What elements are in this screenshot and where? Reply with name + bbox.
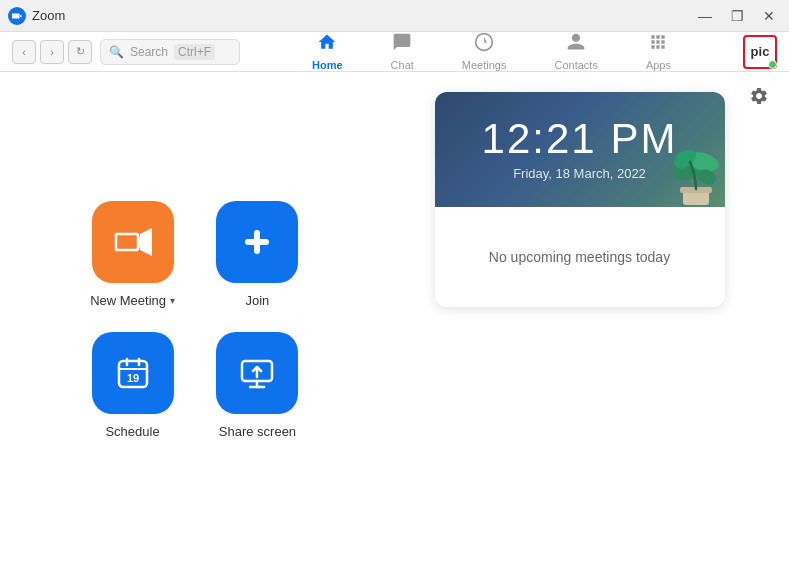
meetings-icon [474, 32, 494, 57]
svg-rect-8 [245, 239, 269, 245]
tab-nav: Home Chat Meetings [240, 28, 743, 75]
calendar-card: 12:21 PM Friday, 18 March, 2022 N [435, 92, 725, 307]
right-panel: 12:21 PM Friday, 18 March, 2022 N [390, 72, 789, 567]
camera-icon [114, 228, 152, 256]
new-meeting-dropdown-arrow[interactable]: ▾ [170, 295, 175, 306]
title-bar-left: Zoom [8, 7, 65, 25]
share-screen-action: Share screen [215, 332, 300, 439]
app-logo-icon [8, 7, 26, 25]
tab-contacts-label: Contacts [554, 59, 597, 71]
join-label: Join [246, 293, 270, 308]
left-panel: New Meeting ▾ Join [0, 72, 390, 567]
search-label: Search [130, 45, 168, 59]
date-display: Friday, 18 March, 2022 [513, 166, 646, 181]
profile-area: pic [743, 35, 777, 69]
home-icon [317, 32, 337, 57]
tab-home-label: Home [312, 59, 343, 71]
new-meeting-label: New Meeting [90, 293, 166, 308]
svg-text:19: 19 [126, 372, 138, 384]
schedule-action: 19 Schedule [90, 332, 175, 439]
nav-history: ‹ › ↻ [12, 40, 92, 64]
tab-apps[interactable]: Apps [638, 28, 679, 75]
chat-icon [392, 32, 412, 57]
tab-meetings[interactable]: Meetings [454, 28, 515, 75]
search-icon: 🔍 [109, 45, 124, 59]
calendar-header: 12:21 PM Friday, 18 March, 2022 [435, 92, 725, 207]
tab-home[interactable]: Home [304, 28, 351, 75]
contacts-icon [566, 32, 586, 57]
new-meeting-button[interactable] [92, 201, 174, 283]
no-meetings-text: No upcoming meetings today [489, 249, 670, 265]
back-button[interactable]: ‹ [12, 40, 36, 64]
app-title: Zoom [32, 8, 65, 23]
share-screen-label: Share screen [219, 424, 296, 439]
plant-decoration-icon [635, 117, 725, 207]
schedule-label: Schedule [105, 424, 159, 439]
tab-chat-label: Chat [391, 59, 414, 71]
search-shortcut: Ctrl+F [174, 44, 215, 60]
main-content: New Meeting ▾ Join [0, 72, 789, 567]
search-bar[interactable]: 🔍 Search Ctrl+F [100, 39, 240, 65]
status-dot [768, 60, 777, 69]
share-screen-button[interactable] [216, 332, 298, 414]
profile-initials: pic [751, 44, 770, 59]
join-action: Join [215, 201, 300, 308]
minimize-button[interactable]: — [693, 4, 717, 28]
close-button[interactable]: ✕ [757, 4, 781, 28]
tab-chat[interactable]: Chat [383, 28, 422, 75]
tab-contacts[interactable]: Contacts [546, 28, 605, 75]
settings-gear-button[interactable] [745, 82, 773, 110]
apps-icon [648, 32, 668, 57]
nav-bar: ‹ › ↻ 🔍 Search Ctrl+F Home Chat [0, 32, 789, 72]
new-meeting-action: New Meeting ▾ [90, 201, 175, 308]
calendar-body: No upcoming meetings today [435, 207, 725, 307]
title-bar-controls: — ❐ ✕ [693, 4, 781, 28]
tab-apps-label: Apps [646, 59, 671, 71]
actions-grid: New Meeting ▾ Join [90, 201, 300, 439]
join-button[interactable] [216, 201, 298, 283]
refresh-button[interactable]: ↻ [68, 40, 92, 64]
plus-icon [239, 224, 275, 260]
profile-avatar[interactable]: pic [743, 35, 777, 69]
new-meeting-label-row: New Meeting ▾ [90, 293, 175, 308]
calendar-icon: 19 [115, 355, 151, 391]
share-screen-icon [239, 355, 275, 391]
tab-meetings-label: Meetings [462, 59, 507, 71]
forward-button[interactable]: › [40, 40, 64, 64]
maximize-button[interactable]: ❐ [725, 4, 749, 28]
schedule-button[interactable]: 19 [92, 332, 174, 414]
